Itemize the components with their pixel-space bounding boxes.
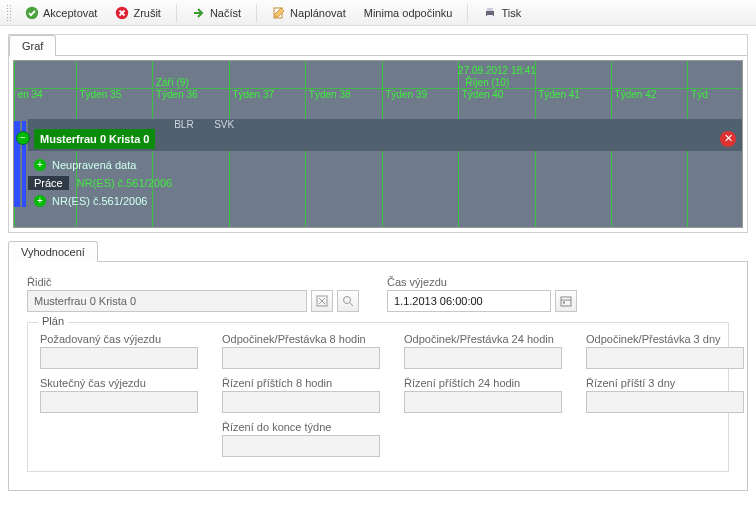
row-work[interactable]: Práce NR(ES) č.561/2006 — [28, 175, 172, 191]
toolbar: Akceptovat Zrušit Načíst Naplánovat Mini… — [0, 0, 756, 26]
actual-departure-input[interactable] — [40, 391, 198, 413]
svg-rect-4 — [487, 8, 493, 11]
month-label-sept: Září (9) — [156, 77, 189, 88]
rest-8h-input[interactable] — [222, 347, 380, 369]
field-label: Požadovaný čas výjezdu — [40, 333, 204, 345]
month-label-oct: Říjen (10) — [465, 77, 509, 88]
drive-3d-input[interactable] — [586, 391, 744, 413]
plan-group: Plán Požadovaný čas výjezdu Odpočinek/Př… — [27, 322, 729, 472]
week-labels: en 34 Týden 35 Týden 36 Týden 37 Týden 3… — [14, 89, 742, 103]
load-label: Načíst — [210, 7, 241, 19]
week-label: Týden 35 — [80, 89, 122, 100]
field-label: Skutečný čas výjezdu — [40, 377, 204, 389]
calendar-icon — [560, 295, 572, 307]
toolbar-separator — [467, 4, 468, 22]
minima-button[interactable]: Minima odpočinku — [357, 4, 460, 22]
drive-24h-input[interactable] — [404, 391, 562, 413]
row-label: Neupravená data — [52, 159, 136, 171]
rest-3d-input[interactable] — [586, 347, 744, 369]
week-label: Týden 38 — [309, 89, 351, 100]
drive-end-of-week-input[interactable] — [222, 435, 380, 457]
graph-panel: Graf 27.09.2012 18:41 Září (9) Říjen (10… — [8, 34, 748, 233]
week-label: Týden 37 — [232, 89, 274, 100]
row-unedited[interactable]: + Neupravená data — [34, 157, 136, 173]
edit-icon — [272, 6, 286, 20]
row-label: NR(ES) č.561/2006 — [52, 195, 147, 207]
tab-graph[interactable]: Graf — [9, 35, 56, 56]
toolbar-grip — [6, 4, 12, 22]
accept-label: Akceptovat — [43, 7, 97, 19]
rest-24h-input[interactable] — [404, 347, 562, 369]
week-label: Týd — [691, 89, 708, 100]
field-label: Řízení příštích 24 hodin — [404, 377, 568, 389]
country-flag-label: SVK — [214, 119, 234, 131]
calendar-button[interactable] — [555, 290, 577, 312]
load-button[interactable]: Načíst — [185, 3, 248, 23]
country-flag-label: BLR — [174, 119, 193, 131]
print-label: Tisk — [501, 7, 521, 19]
close-icon[interactable]: ✕ — [720, 131, 736, 147]
field-label: Řízení příštích 8 hodin — [222, 377, 386, 389]
arrow-right-icon — [192, 6, 206, 20]
driver-field-label: Řidič — [27, 276, 359, 288]
expand-icon[interactable]: + — [34, 195, 46, 207]
week-label: Týden 40 — [462, 89, 504, 100]
week-label: Týden 42 — [615, 89, 657, 100]
plan-legend: Plán — [38, 315, 68, 327]
field-label: Odpočinek/Přestávka 24 hodin — [404, 333, 568, 345]
svg-rect-8 — [561, 297, 571, 306]
timeline-graph[interactable]: 27.09.2012 18:41 Září (9) Říjen (10) en … — [13, 60, 743, 228]
search-icon — [342, 295, 354, 307]
expand-icon[interactable]: + — [34, 159, 46, 171]
plan-button[interactable]: Naplánovat — [265, 3, 353, 23]
svg-rect-5 — [487, 15, 493, 18]
toolbar-separator — [256, 4, 257, 22]
work-badge: Práce — [28, 176, 69, 190]
drive-8h-input[interactable] — [222, 391, 380, 413]
check-icon — [25, 6, 39, 20]
toolbar-separator — [176, 4, 177, 22]
week-label: Týden 36 — [156, 89, 198, 100]
departure-time-input[interactable] — [387, 290, 551, 312]
evaluation-panel: Vyhodnocení Řidič Čas výjezdu — [8, 241, 748, 491]
cancel-icon — [115, 6, 129, 20]
lookup-button[interactable] — [337, 290, 359, 312]
driver-name-badge: Musterfrau 0 Krista 0 — [34, 129, 155, 149]
requested-departure-input[interactable] — [40, 347, 198, 369]
tab-evaluation[interactable]: Vyhodnocení — [8, 241, 98, 262]
field-label: Řízení do konce týdne — [222, 421, 386, 433]
print-button[interactable]: Tisk — [476, 3, 528, 23]
plan-label: Naplánovat — [290, 7, 346, 19]
driver-input[interactable] — [27, 290, 307, 312]
cancel-button[interactable]: Zrušit — [108, 3, 168, 23]
field-label: Odpočinek/Přestávka 3 dny — [586, 333, 750, 345]
minima-label: Minima odpočinku — [364, 7, 453, 19]
clear-button[interactable] — [311, 290, 333, 312]
collapse-icon[interactable]: − — [16, 131, 30, 145]
accept-button[interactable]: Akceptovat — [18, 3, 104, 23]
cancel-label: Zrušit — [133, 7, 161, 19]
week-label: Týden 39 — [385, 89, 427, 100]
field-label: Řízení příští 3 dny — [586, 377, 750, 389]
timestamp-label: 27.09.2012 18:41 — [458, 65, 536, 76]
week-label: Týden 41 — [538, 89, 580, 100]
field-label: Odpočinek/Přestávka 8 hodin — [222, 333, 386, 345]
row-regulation[interactable]: + NR(ES) č.561/2006 — [34, 193, 147, 209]
week-label: en 34 — [18, 89, 43, 100]
print-icon — [483, 6, 497, 20]
svg-point-7 — [344, 297, 351, 304]
regulation-text: NR(ES) č.561/2006 — [77, 177, 172, 189]
svg-rect-9 — [563, 302, 565, 304]
clear-icon — [316, 295, 328, 307]
departure-time-label: Čas výjezdu — [387, 276, 577, 288]
